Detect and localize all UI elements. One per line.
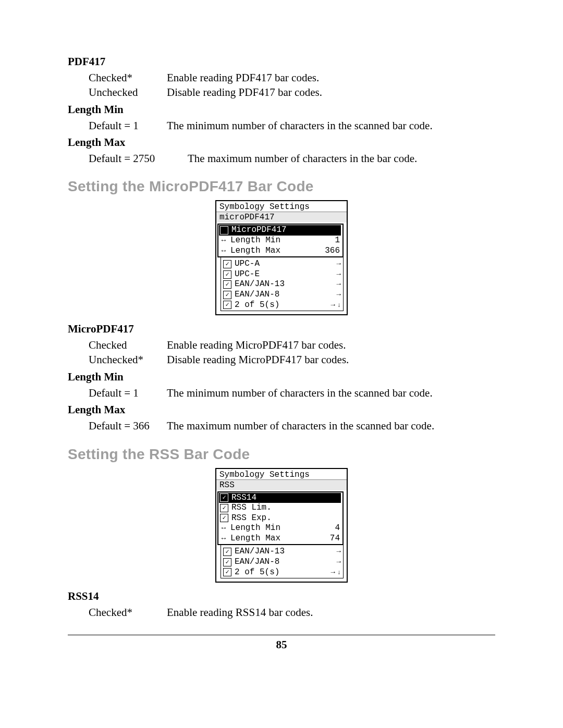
micro-unchecked-row: Unchecked* Disable reading MicroPDF417 b… — [89, 352, 495, 367]
row-value: 366 — [325, 246, 340, 256]
slider-icon — [220, 237, 227, 244]
desc: Enable reading MicroPDF417 bar codes. — [167, 338, 346, 352]
list-item[interactable]: EAN/JAN-8 — [222, 290, 342, 300]
label: Checked* — [89, 605, 167, 620]
row-label: Length Min — [230, 236, 280, 245]
rss-screenshot: Symbology Settings RSS RSS14 RSS Lim. RS… — [68, 468, 495, 583]
arrow-right-icon — [337, 547, 341, 557]
label: Checked — [89, 338, 167, 352]
micro-lenmax-row: Default = 366 The maximum number of char… — [89, 418, 495, 433]
pdf417-block: PDF417 Checked* Enable reading PDF417 ba… — [68, 55, 495, 166]
desc: Enable reading PDF417 bar codes. — [167, 70, 319, 85]
arrow-right-icon — [337, 260, 341, 269]
pdf417-unchecked-row: Unchecked Disable reading PDF417 bar cod… — [89, 85, 495, 100]
row-length-min[interactable]: Length Min 4 — [219, 523, 341, 534]
desc: Enable reading RSS14 bar codes. — [167, 605, 313, 620]
row-label: EAN/JAN-13 — [235, 280, 285, 289]
checkbox-icon — [220, 493, 228, 502]
rss-section-title: Setting the RSS Bar Code — [68, 446, 495, 463]
arrow-down-icon — [338, 568, 341, 577]
row-label: EAN/JAN-13 — [235, 547, 285, 557]
micropdf417-block: MicroPDF417 Checked Enable reading Micro… — [68, 323, 495, 433]
slider-icon — [220, 247, 227, 255]
screen-title: Symbology Settings — [216, 469, 347, 480]
pdf417-lenmax-row: Default = 2750 The maximum number of cha… — [89, 151, 495, 166]
checkbox-icon — [223, 568, 231, 576]
rss14-checked-row: Checked* Enable reading RSS14 bar codes. — [89, 605, 495, 620]
slider-icon — [220, 524, 227, 532]
pdf417-lenmax-heading: Length Max — [68, 136, 495, 149]
list-item[interactable]: UPC-A — [222, 259, 342, 269]
row-micropdf417[interactable]: MicroPDF417 — [219, 225, 341, 236]
micro-lenmax-heading: Length Max — [68, 403, 495, 416]
checkbox-icon — [220, 226, 228, 235]
checkbox-icon — [220, 504, 228, 512]
row-label: UPC-A — [235, 260, 260, 269]
slider-icon — [220, 535, 227, 542]
label: Default = 2750 — [89, 151, 188, 166]
pdf417-checked-row: Checked* Enable reading PDF417 bar codes… — [89, 70, 495, 85]
list-item[interactable]: 2 of 5(s) — [222, 567, 342, 578]
list-item[interactable]: UPC-E — [222, 269, 342, 280]
row-label: Length Max — [230, 534, 280, 544]
checkbox-icon — [223, 270, 231, 279]
checkbox-icon — [220, 514, 228, 522]
checkbox-icon — [223, 548, 231, 556]
rss14-heading: RSS14 — [68, 590, 495, 603]
row-length-max[interactable]: Length Max 366 — [219, 246, 341, 256]
list-item[interactable]: EAN/JAN-13 — [222, 279, 342, 290]
row-label: Length Max — [230, 246, 280, 256]
row-label: EAN/JAN-8 — [235, 558, 279, 567]
label: Unchecked* — [89, 352, 167, 367]
row-label: 2 of 5(s) — [235, 568, 279, 577]
checkbox-icon — [223, 301, 231, 309]
row-label: MicroPDF417 — [231, 226, 287, 235]
arrow-right-icon — [337, 270, 341, 279]
row-label: 2 of 5(s) — [235, 301, 279, 310]
arrow-right-icon — [337, 280, 341, 289]
label: Unchecked — [89, 85, 167, 100]
micropdf417-screenshot: Symbology Settings microPDF417 MicroPDF4… — [68, 200, 495, 315]
arrow-right-icon — [331, 568, 335, 577]
desc: Disable reading PDF417 bar codes. — [167, 85, 322, 100]
list-item[interactable]: EAN/JAN-8 — [222, 557, 342, 567]
setting-overlay: RSS14 RSS Lim. RSS Exp. Length Min 4 — [217, 491, 344, 546]
label: Default = 1 — [89, 118, 167, 133]
checkbox-icon — [223, 280, 231, 289]
row-label: RSS14 — [231, 493, 256, 503]
document-page: PDF417 Checked* Enable reading PDF417 ba… — [0, 0, 563, 728]
list-item[interactable]: EAN/JAN-13 — [222, 547, 342, 557]
device-screen: Symbology Settings RSS RSS14 RSS Lim. RS… — [215, 468, 348, 583]
micropdf417-heading: MicroPDF417 — [68, 323, 495, 336]
arrow-right-icon — [337, 558, 341, 567]
row-rss-lim[interactable]: RSS Lim. — [219, 503, 341, 513]
row-rss-exp[interactable]: RSS Exp. — [219, 513, 341, 524]
background-list: EAN/JAN-13 EAN/JAN-8 2 of 5(s) — [221, 543, 344, 578]
background-list: UPC-A UPC-E EAN/JAN-13 EAN/JAN-8 2 of 5(… — [221, 255, 344, 311]
micro-lenmin-heading: Length Min — [68, 371, 495, 384]
list-item[interactable]: 2 of 5(s) — [222, 300, 342, 311]
row-length-min[interactable]: Length Min 1 — [219, 236, 341, 246]
row-label: UPC-E — [235, 270, 260, 279]
row-rss14[interactable]: RSS14 — [219, 493, 341, 503]
row-label: EAN/JAN-8 — [235, 290, 279, 300]
pdf417-lenmin-row: Default = 1 The minimum number of charac… — [89, 118, 495, 133]
row-length-max[interactable]: Length Max 74 — [219, 534, 341, 544]
checkbox-icon — [223, 291, 231, 299]
pdf417-lenmin-heading: Length Min — [68, 103, 495, 116]
micropdf417-section-title: Setting the MicroPDF417 Bar Code — [68, 178, 495, 195]
label: Default = 1 — [89, 386, 167, 400]
desc: The maximum number of characters in the … — [188, 151, 417, 166]
desc: Disable reading MicroPDF417 bar codes. — [167, 352, 349, 367]
checkbox-icon — [223, 558, 231, 566]
arrow-right-icon — [331, 301, 335, 310]
screen-subtitle: RSS — [216, 480, 347, 490]
screen-title: Symbology Settings — [216, 201, 347, 212]
row-value: 4 — [335, 524, 340, 533]
row-value: 74 — [330, 534, 340, 544]
rss14-block: RSS14 Checked* Enable reading RSS14 bar … — [68, 590, 495, 620]
micro-checked-row: Checked Enable reading MicroPDF417 bar c… — [89, 338, 495, 352]
label: Checked* — [89, 70, 167, 85]
desc: The minimum number of characters in the … — [167, 386, 433, 400]
setting-overlay: MicroPDF417 Length Min 1 Length Max 366 — [217, 224, 344, 257]
